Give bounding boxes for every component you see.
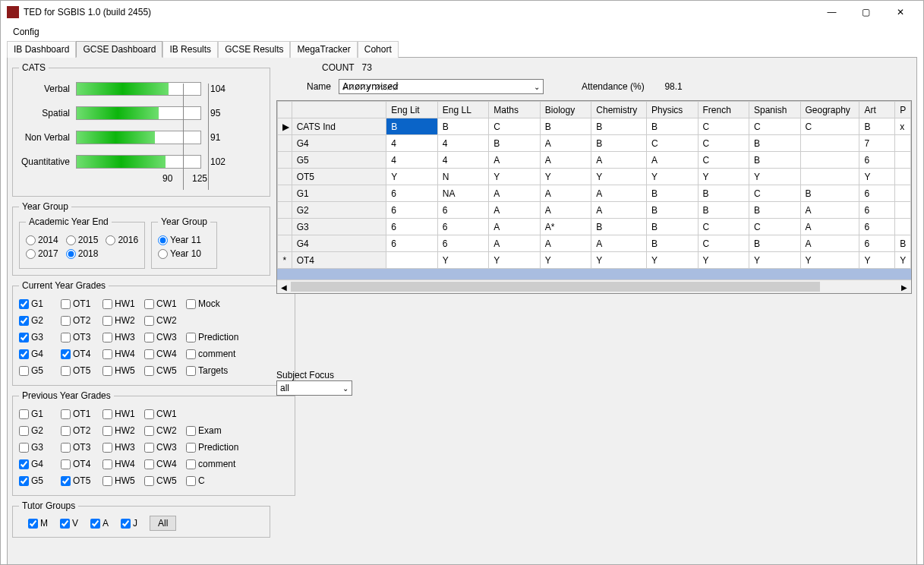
check-cw5[interactable]: CW5 [144, 365, 186, 376]
year-radio-2015[interactable]: 2015 [66, 235, 99, 245]
check-prediction[interactable]: Prediction [186, 332, 228, 342]
check-g3[interactable]: G3 [19, 442, 61, 453]
table-row[interactable]: OT5YNYYYYYYY [278, 169, 911, 185]
table-row[interactable]: G366AA*BBCCA6 [278, 219, 911, 235]
scroll-thumb[interactable] [291, 282, 820, 292]
grades-grid[interactable]: Eng LitEng LLMathsBiologyChemistryPhysic… [276, 100, 912, 294]
check-ot1[interactable]: OT1 [61, 298, 102, 309]
subject-focus-dropdown[interactable]: all ⌄ [276, 380, 352, 396]
check-ot2[interactable]: OT2 [61, 425, 102, 436]
year-radio-2014[interactable]: 2014 [26, 235, 58, 245]
close-button[interactable]: ✕ [883, 1, 917, 24]
check-ot1[interactable]: OT1 [61, 409, 102, 419]
check-cw4[interactable]: CW4 [144, 349, 186, 359]
check-cw5[interactable]: CW5 [144, 475, 186, 486]
check-exam[interactable]: Exam [186, 425, 228, 436]
check-hw4[interactable]: HW4 [102, 349, 144, 359]
table-row[interactable]: G444BABCCB7 [278, 135, 911, 152]
tutor-check-m[interactable]: M [28, 518, 48, 529]
yg-radio-year-11[interactable]: Year 11 [158, 235, 201, 245]
check-ot5[interactable]: OT5 [61, 365, 102, 376]
check-cw3[interactable]: CW3 [144, 442, 186, 453]
check-hw1[interactable]: HW1 [102, 298, 144, 309]
tab-cohort[interactable]: Cohort [358, 41, 399, 58]
grid-selection-bar [277, 269, 911, 279]
check-ot3[interactable]: OT3 [61, 332, 102, 342]
table-row[interactable]: *OT4YYYYYYYYYY [278, 252, 911, 269]
table-row[interactable]: G266AAABBBA6 [278, 202, 911, 219]
table-row[interactable]: ▶CATS IndBBCBBBCCCBx [278, 118, 911, 135]
column-header[interactable] [278, 102, 292, 118]
table-row[interactable]: G544AAAACB6 [278, 152, 911, 169]
column-header[interactable]: Maths [489, 102, 541, 118]
scroll-left-icon[interactable]: ◀ [277, 280, 291, 294]
column-header[interactable]: Biology [540, 102, 591, 118]
column-header[interactable]: Eng Lit [386, 102, 438, 118]
check-cw4[interactable]: CW4 [144, 459, 186, 469]
check-ot2[interactable]: OT2 [61, 315, 102, 326]
check-g4[interactable]: G4 [19, 349, 61, 359]
check-g5[interactable]: G5 [19, 475, 61, 486]
check-cw1[interactable]: CW1 [144, 298, 186, 309]
tab-ib-results[interactable]: IB Results [162, 41, 218, 58]
column-header[interactable]: Eng LL [437, 102, 489, 118]
tutor-check-a[interactable]: A [90, 518, 109, 529]
maximize-button[interactable]: ▢ [849, 1, 883, 24]
check-c[interactable]: C [186, 475, 228, 486]
year-radio-2016[interactable]: 2016 [106, 235, 138, 245]
check-ot5[interactable]: OT5 [61, 475, 102, 486]
year-radio-2018[interactable]: 2018 [66, 248, 99, 259]
horizontal-scrollbar[interactable]: ◀ ▶ [277, 279, 911, 293]
check-hw1[interactable]: HW1 [102, 409, 144, 419]
check-hw5[interactable]: HW5 [102, 365, 144, 376]
check-hw2[interactable]: HW2 [102, 315, 144, 326]
tutor-check-v[interactable]: V [60, 518, 78, 529]
check-cw1[interactable]: CW1 [144, 409, 186, 419]
minimize-button[interactable]: — [815, 1, 849, 24]
check-g2[interactable]: G2 [19, 315, 61, 326]
column-header[interactable]: French [698, 102, 749, 118]
tab-gcse-dashboard[interactable]: GCSE Dashboard [76, 41, 162, 58]
check-g1[interactable]: G1 [19, 298, 61, 309]
name-dropdown[interactable]: A̷n̷o̷n̷y̷m̷i̷s̷e̷d̷ ⌄ [339, 79, 544, 94]
scroll-right-icon[interactable]: ▶ [897, 280, 911, 294]
check-hw2[interactable]: HW2 [102, 425, 144, 436]
check-hw4[interactable]: HW4 [102, 459, 144, 469]
check-hw3[interactable]: HW3 [102, 332, 144, 342]
check-g3[interactable]: G3 [19, 332, 61, 342]
column-header[interactable] [292, 102, 386, 118]
check-cw2[interactable]: CW2 [144, 425, 186, 436]
check-prediction[interactable]: Prediction [186, 442, 228, 453]
table-row[interactable]: G16NAAAABBCB6 [278, 185, 911, 202]
check-hw3[interactable]: HW3 [102, 442, 144, 453]
tutor-check-j[interactable]: J [121, 518, 137, 529]
menu-config[interactable]: Config [8, 24, 44, 40]
check-ot3[interactable]: OT3 [61, 442, 102, 453]
year-radio-2017[interactable]: 2017 [26, 248, 58, 259]
check-g4[interactable]: G4 [19, 459, 61, 469]
check-g1[interactable]: G1 [19, 409, 61, 419]
check-g2[interactable]: G2 [19, 425, 61, 436]
check-cw2[interactable]: CW2 [144, 315, 186, 326]
yg-radio-year-10[interactable]: Year 10 [158, 248, 201, 259]
check-hw5[interactable]: HW5 [102, 475, 144, 486]
column-header[interactable]: Chemistry [591, 102, 647, 118]
tab-megatracker[interactable]: MegaTracker [290, 41, 357, 58]
check-g5[interactable]: G5 [19, 365, 61, 376]
column-header[interactable]: P [895, 102, 911, 118]
column-header[interactable]: Geography [800, 102, 859, 118]
check-comment[interactable]: comment [186, 459, 228, 469]
check-ot4[interactable]: OT4 [61, 349, 102, 359]
column-header[interactable]: Art [859, 102, 895, 118]
check-cw3[interactable]: CW3 [144, 332, 186, 342]
check-comment[interactable]: comment [186, 349, 228, 359]
check-targets[interactable]: Targets [186, 365, 228, 376]
tab-ib-dashboard[interactable]: IB Dashboard [7, 41, 76, 58]
check-ot4[interactable]: OT4 [61, 459, 102, 469]
table-row[interactable]: G466AAABCBA6B [278, 235, 911, 252]
column-header[interactable]: Physics [647, 102, 699, 118]
check-mock[interactable]: Mock [186, 298, 228, 309]
tab-gcse-results[interactable]: GCSE Results [218, 41, 290, 58]
column-header[interactable]: Spanish [749, 102, 801, 118]
tutor-all-button[interactable]: All [150, 516, 176, 531]
